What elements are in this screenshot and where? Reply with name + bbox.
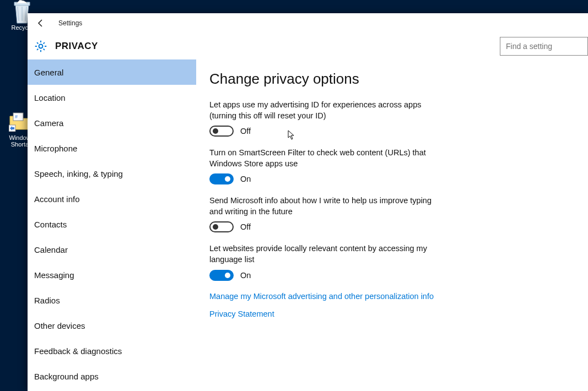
content-heading: Change privacy options: [209, 70, 571, 88]
sidebar-item-other-devices[interactable]: Other devices: [28, 313, 196, 338]
toggle-switch[interactable]: [209, 270, 234, 281]
search-input[interactable]: [500, 37, 588, 56]
sidebar-item-general[interactable]: General: [28, 59, 196, 85]
toggle-state-label: Off: [240, 222, 251, 231]
sidebar-item-label: Radios: [34, 296, 60, 305]
toggle-state-label: On: [240, 175, 251, 183]
svg-point-3: [39, 45, 43, 48]
privacy-option: Let websites provide locally relevant co…: [209, 243, 441, 280]
link-manage-my-microsoft-advertising-and-othe[interactable]: Manage my Microsoft advertising and othe…: [209, 292, 571, 301]
sidebar-item-label: General: [34, 68, 63, 77]
sidebar-item-label: Microphone: [34, 144, 77, 153]
sidebar-item-location[interactable]: Location: [28, 85, 196, 110]
sidebar-item-contacts[interactable]: Contacts: [28, 211, 196, 237]
option-description: Let apps use my advertising ID for exper…: [209, 100, 441, 121]
toggle-knob: [225, 176, 230, 182]
sidebar-item-calendar[interactable]: Calendar: [28, 237, 196, 262]
titlebar: Settings: [28, 13, 588, 33]
sidebar-item-label: Other devices: [34, 321, 85, 330]
sidebar-item-label: Camera: [34, 118, 63, 128]
sidebar-item-account-info[interactable]: Account info: [28, 186, 196, 211]
toggle-knob: [213, 128, 218, 134]
privacy-option: Let apps use my advertising ID for exper…: [209, 100, 441, 137]
header-row: PRIVACY: [28, 33, 588, 59]
privacy-option: Turn on SmartScreen Filter to check web …: [209, 148, 441, 184]
option-description: Let websites provide locally relevant co…: [209, 243, 441, 265]
sidebar-item-camera[interactable]: Camera: [28, 110, 196, 135]
toggle-knob: [213, 224, 218, 230]
sidebar-item-feedback-diagnostics[interactable]: Feedback & diagnostics: [28, 338, 196, 363]
sidebar-item-label: Account info: [34, 194, 80, 204]
option-description: Send Microsoft info about how I write to…: [209, 196, 441, 217]
toggle-row: Off: [209, 126, 441, 137]
sidebar-item-label: Speech, inking, & typing: [34, 169, 123, 178]
toggle-switch[interactable]: [209, 173, 234, 184]
toggle-switch[interactable]: [209, 126, 234, 137]
sidebar: GeneralLocationCameraMicrophoneSpeech, i…: [28, 59, 196, 391]
toggle-switch[interactable]: [209, 221, 234, 232]
sidebar-item-label: Feedback & diagnostics: [34, 346, 122, 356]
toggle-knob: [225, 273, 230, 278]
content-pane: Change privacy options Let apps use my a…: [196, 59, 588, 391]
page-title: PRIVACY: [55, 41, 98, 52]
sidebar-item-label: Messaging: [34, 270, 74, 280]
sidebar-item-radios[interactable]: Radios: [28, 287, 196, 313]
settings-window: Settings PRIVACY GeneralLocationCameraMi…: [28, 13, 588, 391]
option-description: Turn on SmartScreen Filter to check web …: [209, 148, 441, 169]
sidebar-item-label: Background apps: [34, 372, 99, 381]
svg-text:#: #: [15, 114, 18, 120]
sidebar-item-background-apps[interactable]: Background apps: [28, 363, 196, 389]
link-privacy-statement[interactable]: Privacy Statement: [209, 309, 571, 318]
toggle-state-label: On: [240, 271, 251, 280]
sidebar-item-messaging[interactable]: Messaging: [28, 262, 196, 287]
window-title: Settings: [58, 19, 82, 27]
sidebar-item-label: Contacts: [34, 220, 67, 229]
toggle-row: Off: [209, 221, 441, 232]
sidebar-item-microphone[interactable]: Microphone: [28, 135, 196, 161]
sidebar-item-label: Calendar: [34, 245, 68, 254]
gear-icon: [33, 39, 48, 54]
toggle-row: On: [209, 173, 441, 184]
sidebar-item-speech-inking-typing[interactable]: Speech, inking, & typing: [28, 161, 196, 186]
toggle-row: On: [209, 270, 441, 281]
toggle-state-label: Off: [240, 127, 251, 135]
sidebar-item-label: Location: [34, 93, 66, 102]
back-button[interactable]: [34, 17, 47, 30]
privacy-option: Send Microsoft info about how I write to…: [209, 196, 441, 232]
